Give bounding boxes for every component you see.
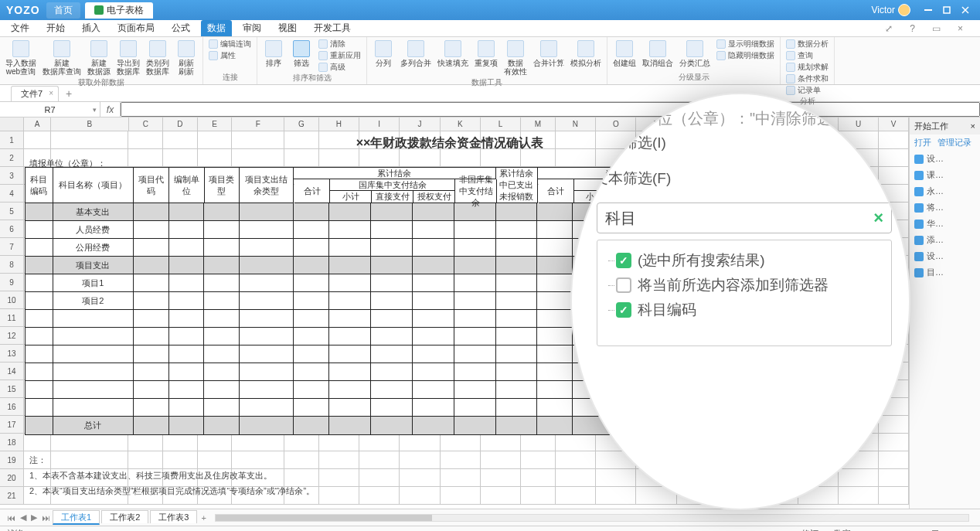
cell[interactable]	[400, 451, 440, 469]
cell[interactable]	[163, 451, 198, 469]
close-tab-icon[interactable]: ×	[49, 89, 53, 97]
column-header[interactable]: C	[129, 117, 164, 131]
cell[interactable]	[441, 487, 481, 505]
menu-审阅[interactable]: 审阅	[236, 20, 267, 36]
ribbon-btn[interactable]: 导入数据 web查询	[3, 39, 39, 77]
sheet-add-button[interactable]: +	[201, 513, 206, 522]
sheet-nav-next[interactable]: ▶	[31, 512, 37, 522]
cell[interactable]	[163, 149, 198, 167]
row-header[interactable]: 5	[0, 203, 24, 220]
cell[interactable]	[481, 487, 521, 505]
name-box[interactable]: R7 ▾	[0, 102, 100, 117]
cell[interactable]	[879, 451, 909, 469]
task-pane-close-icon[interactable]: ×	[971, 121, 975, 131]
cell[interactable]	[319, 434, 359, 451]
column-header[interactable]: V	[879, 117, 909, 131]
row-header[interactable]: 4	[0, 185, 24, 203]
ribbon-btn[interactable]: 刷新 刷新	[173, 39, 199, 77]
cell[interactable]	[879, 487, 909, 505]
maximize-button[interactable]	[938, 3, 955, 17]
row-header[interactable]: 8	[0, 256, 24, 274]
ribbon-btn[interactable]: 数据 有效性	[502, 39, 529, 77]
menu-插入[interactable]: 插入	[76, 20, 107, 36]
sheet-tab[interactable]: 工作表3	[150, 510, 197, 523]
row-header[interactable]: 3	[0, 167, 24, 185]
row-header[interactable]: 11	[0, 309, 24, 327]
filter-option-select-all[interactable]: (选中所有搜索结果)	[605, 248, 883, 273]
task-pane-item[interactable]: 设…	[910, 248, 980, 264]
ribbon-btn[interactable]: 合并计算	[531, 39, 567, 77]
minimize-button[interactable]	[920, 3, 937, 17]
menu-数据[interactable]: 数据	[201, 20, 232, 36]
ribbon-btn[interactable]: 模拟分析	[568, 39, 604, 77]
row-header[interactable]: 2	[0, 149, 24, 167]
cell[interactable]	[319, 451, 359, 469]
sheet-nav-first[interactable]: ⏮	[7, 513, 15, 522]
menu-开始[interactable]: 开始	[40, 20, 71, 36]
cell[interactable]	[128, 434, 163, 451]
clear-search-icon[interactable]: ×	[873, 208, 883, 228]
filter-search-box[interactable]: ×	[597, 203, 892, 233]
cell[interactable]	[596, 487, 636, 505]
cell[interactable]	[556, 469, 596, 487]
cell[interactable]	[839, 469, 879, 487]
document-tab[interactable]: 文件7 ×	[11, 86, 59, 101]
ribbon-close-icon[interactable]: ×	[951, 22, 969, 36]
ribbon-small-item[interactable]: 记录单	[784, 85, 831, 96]
ribbon-small-item[interactable]: 属性	[206, 50, 254, 61]
cell[interactable]	[232, 149, 284, 167]
row-header[interactable]: 14	[0, 363, 24, 380]
checkbox-checked-icon[interactable]	[616, 253, 631, 268]
cell[interactable]	[400, 469, 440, 487]
cell[interactable]	[359, 469, 400, 487]
filter-option-subject-code[interactable]: 科目编码	[605, 298, 883, 322]
cell[interactable]	[441, 451, 481, 469]
ribbon-small-item[interactable]: 隐藏明细数据	[714, 50, 777, 61]
cell[interactable]	[232, 451, 284, 469]
ribbon-small-item[interactable]: 显示明细数据	[714, 39, 777, 49]
column-header[interactable]: F	[232, 117, 284, 131]
column-header[interactable]: I	[359, 117, 400, 131]
cell[interactable]	[879, 434, 909, 451]
menu-开发工具[interactable]: 开发工具	[308, 20, 357, 36]
ribbon-btn[interactable]: 筛选	[288, 39, 315, 73]
row-header[interactable]: 21	[0, 487, 24, 505]
column-header[interactable]: L	[481, 117, 521, 131]
row-header[interactable]: 16	[0, 398, 24, 416]
cell[interactable]	[556, 487, 596, 505]
ribbon-small-item[interactable]: 规划求解	[784, 62, 831, 73]
column-header[interactable]: M	[521, 117, 556, 131]
cell[interactable]	[163, 434, 198, 451]
cell[interactable]	[521, 469, 556, 487]
cell[interactable]	[521, 451, 556, 469]
cell[interactable]	[481, 149, 521, 167]
task-link-manage[interactable]: 管理记录	[937, 137, 971, 148]
cell[interactable]	[839, 487, 879, 505]
help-icon[interactable]: ?	[903, 22, 921, 36]
filter-text-option[interactable]: 文本筛选(F) ▶	[587, 161, 901, 196]
ribbon-btn[interactable]: 取消组合	[640, 39, 675, 69]
ribbon-btn[interactable]: 快速填充	[435, 39, 471, 77]
ribbon-small-item[interactable]: 查询	[784, 50, 831, 61]
task-pane-item[interactable]: 将…	[910, 199, 980, 216]
ribbon-small-item[interactable]: 清除	[316, 39, 363, 49]
cell[interactable]	[198, 451, 233, 469]
fx-button[interactable]: fx	[100, 102, 121, 117]
ribbon-small-item[interactable]: 编辑连询	[206, 39, 254, 49]
horizontal-scrollbar[interactable]	[215, 514, 969, 522]
ribbon-btn[interactable]: 导出到 数据库	[114, 39, 142, 77]
cell[interactable]	[232, 434, 284, 451]
cell[interactable]	[441, 149, 481, 167]
column-header[interactable]: K	[441, 117, 481, 131]
column-header[interactable]: N	[556, 117, 596, 131]
column-header[interactable]: D	[163, 117, 198, 131]
ribbon-small-item[interactable]: 数据分析	[784, 39, 831, 49]
cell[interactable]	[441, 434, 481, 451]
cell[interactable]	[284, 451, 319, 469]
cell[interactable]	[198, 434, 233, 451]
user-badge[interactable]: Victor	[872, 4, 910, 16]
cell[interactable]	[128, 149, 163, 167]
cell[interactable]	[400, 434, 440, 451]
task-pane-item[interactable]: 目…	[910, 264, 980, 281]
menu-页面布局[interactable]: 页面布局	[111, 20, 161, 36]
